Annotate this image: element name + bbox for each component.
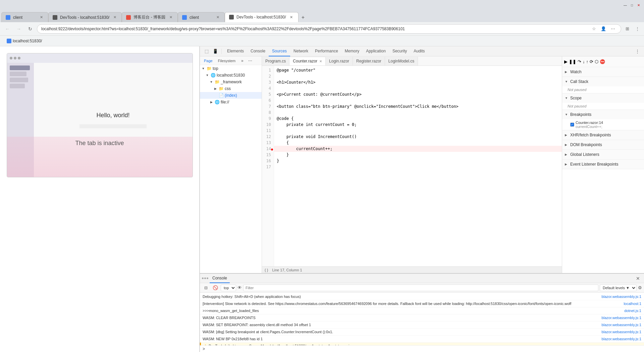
ft-three-dots-icon[interactable]: ⋯ — [247, 57, 254, 64]
section-breakpoints-header[interactable]: ▼ Breakpoints — [562, 110, 644, 119]
tree-item-css[interactable]: ▶ 📁 css — [200, 85, 262, 92]
section-dom-label: DOM Breakpoints — [570, 142, 602, 147]
message-source[interactable]: blazor.webassembly.js:1 — [602, 329, 641, 335]
tab-elements[interactable]: Elements — [224, 46, 247, 56]
tab-memory[interactable]: Memory — [341, 46, 363, 56]
maximize-button[interactable]: □ — [629, 2, 635, 8]
section-xhr-label: XHR/fetch Breakpoints — [570, 133, 611, 137]
close-button[interactable]: ✕ — [636, 2, 641, 8]
section-event-listener-header[interactable]: ▶ Event Listener Breakpoints — [562, 160, 644, 169]
tree-item-localhost[interactable]: ▼ 🌐 localhost:51830 — [200, 72, 262, 79]
editor-content[interactable]: 12345678910111213●14151617@page "/counte… — [262, 66, 562, 266]
tab-sources[interactable]: Sources — [269, 46, 290, 56]
extensions-icon[interactable]: ⊞ — [623, 25, 631, 33]
browser-tab-blog[interactable]: 博客后台 - 博客园 ✕ — [122, 12, 178, 22]
reload-button[interactable]: ↻ — [25, 24, 35, 34]
more-icon[interactable]: ⋯ — [609, 25, 617, 33]
console-level-select[interactable]: Default levels ▼ — [600, 284, 637, 291]
tab-audits[interactable]: Audits — [410, 46, 428, 56]
message-source[interactable]: localhost:1 — [624, 301, 641, 306]
browser-tab-devtools-2[interactable]: DevTools - localhost:51830/ ✕ — [225, 12, 298, 22]
browser-tab-client-1[interactable]: client ✕ — [1, 12, 48, 22]
message-source[interactable]: dotnet.js:1 — [624, 308, 641, 313]
editor-tab-loginmodel[interactable]: LoginModel.cs — [385, 57, 418, 65]
ft-tab-filesystem[interactable]: Filesystem — [216, 58, 238, 63]
tree-item-file[interactable]: ▶ 🌐 file:// — [200, 99, 262, 105]
tab-console[interactable]: Console — [247, 46, 269, 56]
message-source[interactable]: blazor.webassembly.js:1 — [602, 322, 641, 327]
browser-tab-client-2[interactable]: client ✕ — [178, 12, 225, 22]
tree-item-top[interactable]: ▼ 📁 top — [200, 65, 262, 72]
section-dom-header[interactable]: ▶ DOM Breakpoints — [562, 140, 644, 149]
console-dots — [202, 277, 208, 279]
tab-application[interactable]: Application — [363, 46, 389, 56]
console-gear-icon[interactable]: ⚙ — [638, 285, 642, 290]
tab-close-1[interactable]: ✕ — [39, 15, 44, 20]
step-into-icon[interactable]: ↓ — [583, 59, 585, 64]
section-callstack-header[interactable]: ▼ Call Stack — [562, 77, 644, 86]
editor-tab-login[interactable]: Login.razor — [326, 57, 353, 65]
section-event-listener-label: Event Listener Breakpoints — [570, 162, 618, 167]
message-source[interactable]: blazor.webassembly.js:1 — [602, 294, 641, 299]
tab-network[interactable]: Network — [290, 46, 312, 56]
section-xhr-header[interactable]: ▶ XHR/fetch Breakpoints — [562, 130, 644, 140]
console-message: WASM: CLEAR BREAKPOINTSblazor.webassembl… — [200, 314, 644, 321]
ft-more-icon[interactable]: » — [239, 57, 246, 64]
minimize-button[interactable]: — — [623, 2, 628, 8]
section-watch-header[interactable]: ▶ Watch — [562, 67, 644, 77]
tab-close-4[interactable]: ✕ — [215, 15, 220, 20]
message-source[interactable]: blazor.webassembly.js:1 — [602, 315, 641, 320]
editor-tab-register[interactable]: Register.razor — [353, 57, 385, 65]
console-filter-input[interactable] — [243, 284, 598, 291]
breakpoint-checkbox-1[interactable]: ✓ — [570, 123, 574, 127]
resume-icon[interactable]: ▶ — [564, 59, 568, 64]
tree-item-index[interactable]: 📄 (index) — [200, 92, 262, 99]
editor-tabs: Program.cs Counter.razor ✕ Login.razor R… — [262, 56, 562, 66]
tab-security[interactable]: Security — [389, 46, 410, 56]
console-sidebar-icon[interactable]: ⊟ — [202, 284, 210, 292]
tab-close-3[interactable]: ✕ — [168, 15, 173, 20]
console-close-button[interactable]: ✕ — [634, 274, 642, 282]
tree-item-framework[interactable]: ▼ 📁 _framework — [200, 79, 262, 85]
devtools-device-icon[interactable]: 📱 — [211, 47, 219, 55]
step-out-icon[interactable]: ↑ — [586, 59, 589, 64]
deactivate-bp-icon[interactable]: ⬡ — [595, 59, 598, 64]
console-tab-label[interactable]: Console — [210, 274, 230, 283]
section-global-header[interactable]: ▶ Global Listeners — [562, 150, 644, 159]
section-scope-arrow: ▼ — [565, 96, 569, 100]
file-tree-toolbar: Page Filesystem » ⋯ — [200, 56, 262, 65]
back-button[interactable]: ← — [3, 24, 12, 34]
address-input[interactable]: localhost:9222/devtools/inspector.html?w… — [37, 24, 621, 34]
editor-tab-counter[interactable]: Counter.razor ✕ — [289, 57, 326, 65]
editor-tab-close-counter[interactable]: ✕ — [319, 59, 322, 63]
console-prompt: > — [200, 345, 644, 352]
section-scope-header[interactable]: ▼ Scope — [562, 93, 644, 103]
message-source[interactable]: blazor.webassembly.js:1 — [602, 336, 641, 342]
breakpoint-item-1[interactable]: ✓ Counter.razor:14 currentCount++; — [562, 119, 644, 130]
forward-button[interactable]: → — [14, 24, 23, 34]
tab-performance[interactable]: Performance — [312, 46, 341, 56]
new-tab-button[interactable]: + — [299, 13, 308, 22]
tab-close-5[interactable]: ✕ — [289, 14, 294, 20]
devtools-pointer-icon[interactable]: ⬚ — [203, 47, 211, 55]
tab-close-2[interactable]: ✕ — [112, 15, 117, 20]
editor-tab-program[interactable]: Program.cs — [262, 57, 289, 65]
settings-icon[interactable]: ⋮ — [633, 25, 641, 33]
ft-tab-page[interactable]: Page — [202, 58, 215, 63]
pause-exception-icon[interactable]: ⛔ — [600, 59, 605, 64]
console-top-select[interactable]: top — [221, 284, 236, 291]
pause-icon[interactable]: ❚❚ — [569, 59, 576, 64]
devtools-more-icon[interactable]: ⋮ — [633, 47, 641, 55]
section-global-label: Global Listeners — [570, 152, 599, 157]
bookmark-localhost[interactable]: localhost:51830/ — [4, 37, 45, 45]
console-clear-icon[interactable]: 🚫 — [211, 284, 219, 292]
profile-icon[interactable]: 👤 — [599, 25, 607, 33]
console-eye-icon[interactable]: 👁 — [237, 285, 242, 290]
preview-sidebar-item-4 — [10, 84, 25, 88]
step-icon[interactable]: ⟳ — [590, 59, 593, 64]
step-over-icon[interactable]: ↷ — [578, 59, 581, 64]
bookmark-star-icon[interactable]: ☆ — [590, 25, 598, 33]
editor-tab-label-counter: Counter.razor — [293, 59, 317, 63]
tab-label-2: DevTools - localhost:51830/ — [60, 15, 109, 20]
browser-tab-devtools-1[interactable]: DevTools - localhost:51830/ ✕ — [48, 12, 122, 22]
